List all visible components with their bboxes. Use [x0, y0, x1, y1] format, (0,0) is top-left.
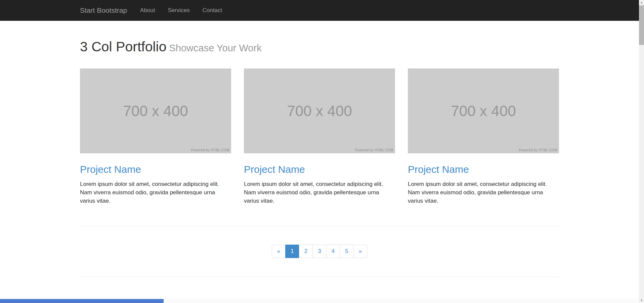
navbar: Start Bootstrap About Services Contact	[0, 0, 639, 21]
main-container: 3 Col PortfolioShowcase Your Work 700 x …	[80, 39, 559, 303]
page-title: 3 Col PortfolioShowcase Your Work	[80, 39, 559, 56]
project-title: Project Name	[80, 164, 231, 175]
nav-link-services[interactable]: Services	[162, 7, 196, 14]
project-title: Project Name	[244, 164, 395, 175]
page-content: Start Bootstrap About Services Contact 3…	[0, 0, 639, 303]
pagination-page-2-link[interactable]: 2	[299, 245, 313, 258]
project-name-link[interactable]: Project Name	[80, 164, 141, 175]
scroll-up-icon[interactable]: ▲	[639, 0, 644, 5]
pagination-wrap: « 1 2 3 4 5 »	[80, 226, 559, 258]
pagination-page-5-link[interactable]: 5	[340, 245, 353, 258]
portfolio-card: 700 x 400 Powered by HTML.COM Project Na…	[244, 68, 395, 205]
horizontal-scrollbar[interactable]	[0, 299, 639, 303]
pagination-page-4: 4	[327, 245, 340, 258]
project-name-link[interactable]: Project Name	[244, 164, 305, 175]
page-title-text: 3 Col Portfolio	[80, 39, 167, 54]
nav-link-about[interactable]: About	[134, 7, 161, 14]
pagination-next: »	[354, 245, 367, 258]
placeholder-watermark: Powered by HTML.COM	[519, 148, 557, 152]
page-subtitle: Showcase Your Work	[169, 43, 262, 53]
scroll-down-icon[interactable]: ▼	[639, 298, 644, 303]
portfolio-card: 700 x 400 Powered by HTML.COM Project Na…	[408, 68, 559, 205]
pagination-page-2: 2	[299, 245, 313, 258]
nav-link-contact[interactable]: Contact	[196, 7, 229, 14]
project-title: Project Name	[408, 164, 559, 175]
pagination-page-3: 3	[313, 245, 326, 258]
vertical-scrollbar[interactable]: ▲ ▼	[639, 0, 644, 303]
project-image-link[interactable]: 700 x 400 Powered by HTML.COM	[244, 68, 395, 153]
placeholder-watermark: Powered by HTML.COM	[191, 148, 229, 152]
pagination-next-link[interactable]: »	[353, 245, 367, 258]
project-description: Lorem ipsum dolor sit amet, consectetur …	[408, 180, 559, 205]
portfolio-card: 700 x 400 Powered by HTML.COM Project Na…	[80, 68, 231, 205]
divider-bottom	[80, 276, 559, 277]
pagination: « 1 2 3 4 5 »	[272, 245, 367, 258]
horizontal-scrollbar-thumb[interactable]	[0, 299, 164, 303]
pagination-page-3-link[interactable]: 3	[312, 245, 326, 258]
vertical-scrollbar-thumb[interactable]	[639, 5, 644, 45]
placeholder-dimensions-text: 700 x 400	[244, 68, 395, 153]
project-name-link[interactable]: Project Name	[408, 164, 469, 175]
navbar-brand[interactable]: Start Bootstrap	[80, 6, 127, 14]
pagination-page-5: 5	[340, 245, 353, 258]
placeholder-watermark: Powered by HTML.COM	[355, 148, 393, 152]
portfolio-row: 700 x 400 Powered by HTML.COM Project Na…	[80, 68, 559, 205]
pagination-page-4-link[interactable]: 4	[326, 245, 340, 258]
project-description: Lorem ipsum dolor sit amet, consectetur …	[244, 180, 395, 205]
pagination-prev: «	[272, 245, 286, 258]
pagination-prev-link[interactable]: «	[272, 245, 286, 258]
project-image-link[interactable]: 700 x 400 Powered by HTML.COM	[80, 68, 231, 153]
pagination-page-1: 1	[286, 245, 299, 258]
pagination-page-1-link[interactable]: 1	[285, 245, 299, 258]
placeholder-dimensions-text: 700 x 400	[408, 68, 559, 153]
placeholder-dimensions-text: 700 x 400	[80, 68, 231, 153]
project-description: Lorem ipsum dolor sit amet, consectetur …	[80, 180, 231, 205]
navbar-container: Start Bootstrap About Services Contact	[80, 0, 559, 21]
project-image-link[interactable]: 700 x 400 Powered by HTML.COM	[408, 68, 559, 153]
